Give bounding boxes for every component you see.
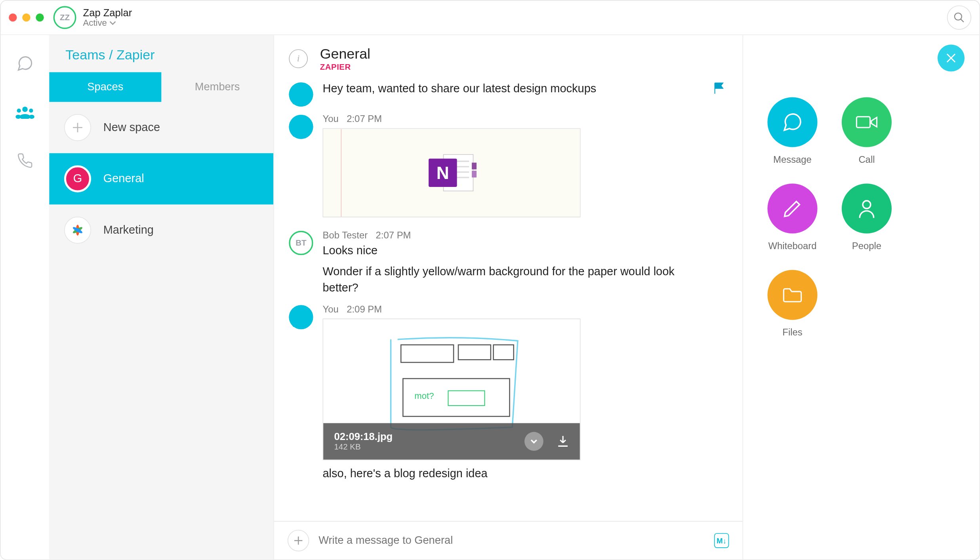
self-bubble-icon [289, 305, 313, 329]
message-text: Wonder if a slightly yellow/warm backgro… [323, 264, 681, 297]
message-time: 2:07 PM [347, 113, 382, 124]
user-avatar[interactable]: ZZ [53, 6, 76, 29]
action-label: Whiteboard [768, 240, 816, 251]
flag-icon[interactable] [714, 82, 725, 95]
self-bubble-icon [289, 82, 313, 107]
main-pane: i General ZAPIER Hey team, wanted to sha… [273, 35, 743, 560]
titlebar: ZZ Zap Zaplar Active [1, 1, 980, 35]
space-label: Marketing [103, 223, 154, 237]
chevron-down-icon [529, 436, 539, 446]
new-space-button[interactable]: New space [49, 102, 273, 153]
tab-spaces[interactable]: Spaces [49, 72, 161, 102]
svg-point-2 [22, 107, 28, 112]
message-icon [767, 97, 817, 147]
close-panel-button[interactable] [938, 44, 965, 71]
pencil-icon [767, 183, 817, 233]
nav-rail [1, 35, 50, 560]
svg-rect-22 [401, 345, 454, 362]
action-people[interactable]: People [839, 183, 894, 251]
plus-icon [294, 536, 303, 545]
window-controls [9, 13, 44, 21]
breadcrumb[interactable]: Teams / Zapier [49, 35, 273, 72]
room-team: ZAPIER [320, 62, 370, 72]
action-whiteboard[interactable]: Whiteboard [765, 183, 820, 251]
attach-button[interactable] [288, 530, 309, 552]
download-button[interactable] [557, 434, 569, 448]
svg-rect-18 [472, 163, 477, 170]
space-marketing[interactable]: Marketing [49, 204, 273, 256]
new-space-label: New space [103, 121, 160, 134]
download-icon [557, 434, 569, 448]
compose-input[interactable] [318, 535, 705, 547]
room-header: i General ZAPIER [274, 35, 743, 78]
video-icon [842, 97, 892, 147]
message: You 2:07 PM [289, 113, 725, 217]
minimize-window[interactable] [22, 13, 30, 21]
message: Hey team, wanted to share our latest des… [289, 81, 725, 107]
message-text: also, here's a blog redesign idea [323, 466, 725, 482]
svg-point-6 [15, 115, 21, 119]
sidebar: Teams / Zapier Spaces Members New space … [49, 35, 273, 560]
message-text: Looks nice [323, 243, 725, 259]
space-label: General [103, 172, 144, 186]
user-avatar-small: BT [289, 231, 313, 255]
attachment-image[interactable]: mot? 02:09:18.jpg 142 KB [323, 318, 581, 460]
nav-calls[interactable] [15, 151, 34, 170]
svg-point-33 [863, 201, 871, 209]
svg-text:mot?: mot? [414, 391, 434, 401]
close-icon [946, 53, 956, 63]
action-label: People [852, 240, 881, 251]
room-title: General [320, 46, 370, 62]
space-avatar [64, 217, 91, 244]
onenote-icon: N [425, 149, 479, 196]
folder-icon [767, 270, 817, 320]
svg-rect-32 [856, 117, 870, 128]
message-sender: You [323, 304, 339, 314]
space-avatar: G [64, 165, 91, 192]
file-name: 02:09:18.jpg [334, 431, 516, 442]
maximize-window[interactable] [36, 13, 44, 21]
sketch-preview: mot? [350, 333, 553, 434]
action-files[interactable]: Files [765, 270, 820, 337]
nav-teams[interactable] [15, 103, 34, 122]
svg-point-0 [955, 13, 962, 20]
compose-bar: M↓ [274, 521, 743, 559]
person-icon [842, 183, 892, 233]
user-status-dropdown[interactable]: Active [83, 18, 132, 28]
svg-rect-19 [472, 171, 477, 177]
plus-icon [64, 114, 91, 141]
nav-messages[interactable] [15, 54, 34, 73]
info-button[interactable]: i [289, 49, 308, 68]
attachment-onenote[interactable]: N [323, 128, 581, 217]
user-name: Zap Zaplar [83, 7, 132, 18]
user-status-text: Active [83, 18, 107, 28]
asterisk-icon [70, 223, 85, 237]
action-label: Message [773, 154, 812, 165]
message-time: 2:09 PM [347, 304, 382, 314]
svg-line-1 [961, 19, 964, 22]
people-icon [15, 105, 34, 119]
file-info-bar: 02:09:18.jpg 142 KB [323, 423, 580, 459]
phone-icon [17, 152, 33, 169]
svg-point-4 [29, 109, 33, 112]
close-window[interactable] [9, 13, 17, 21]
space-general[interactable]: G General [49, 153, 273, 205]
tab-members[interactable]: Members [161, 72, 273, 102]
message-time: 2:07 PM [376, 229, 411, 240]
svg-point-3 [17, 109, 21, 112]
message-sender: You [323, 113, 339, 124]
search-button[interactable] [947, 6, 971, 30]
self-bubble-icon [289, 115, 313, 139]
message-list[interactable]: Hey team, wanted to share our latest des… [274, 78, 743, 521]
action-message[interactable]: Message [765, 97, 820, 164]
svg-rect-27 [448, 390, 484, 405]
svg-point-7 [29, 115, 34, 119]
markdown-toggle[interactable]: M↓ [714, 533, 729, 548]
chat-icon [16, 55, 34, 72]
chevron-down-icon [110, 21, 116, 25]
search-icon [953, 11, 965, 24]
action-call[interactable]: Call [839, 97, 894, 164]
right-panel: Message Call Whiteboard [743, 35, 979, 560]
expand-button[interactable] [524, 432, 543, 451]
svg-rect-23 [458, 345, 491, 360]
